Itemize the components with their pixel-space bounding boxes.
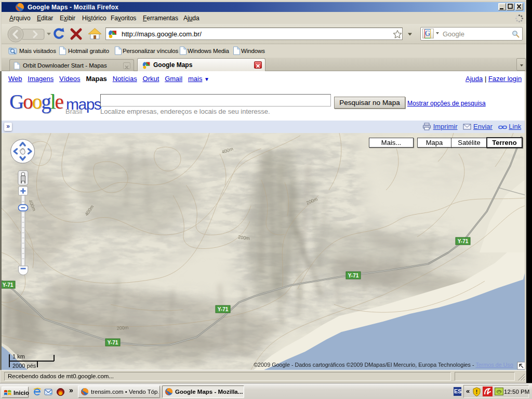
svg-text:2000 pés: 2000 pés [12,363,36,369]
svg-text:Y-71: Y-71 [108,340,118,345]
svg-text:200m: 200m [116,325,128,331]
svg-text:Y-71: Y-71 [348,273,359,278]
svg-text:©2009 Google - Dados cartográf: ©2009 Google - Dados cartográficos ©2009… [254,362,513,368]
svg-text:!: ! [476,389,478,395]
svg-text:Y-71: Y-71 [458,238,469,244]
svg-text:1 km: 1 km [12,353,25,360]
svg-text:Y-71: Y-71 [3,282,14,288]
svg-text:Y-71: Y-71 [218,307,229,312]
